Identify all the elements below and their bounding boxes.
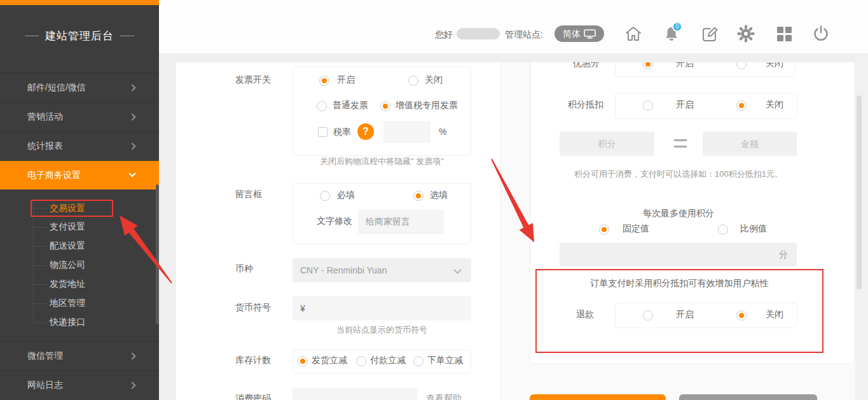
content-left-gutter: [159, 62, 176, 400]
submenu-tick: [33, 265, 47, 266]
tax-rate-input[interactable]: [383, 121, 431, 143]
sidebar-subitem-express-interface[interactable]: 快递接口: [50, 317, 139, 329]
sidebar-subitem-region-management[interactable]: 地区管理: [50, 298, 139, 310]
settings-gear-icon[interactable]: [736, 24, 755, 43]
message-required-label: 必填: [337, 190, 355, 201]
submenu-tick: [33, 303, 47, 304]
language-label: 简体: [563, 29, 581, 40]
currency-symbol-label: 货币符号: [235, 302, 271, 314]
deduction-off-radio[interactable]: [736, 100, 747, 111]
ratio-value-radio[interactable]: [718, 224, 728, 235]
normal-invoice-label: 普通发票: [333, 100, 368, 111]
sidebar-subitem-shipping-address[interactable]: 发货地址: [50, 279, 139, 291]
sidebar-item-label: 电子商务设置: [27, 170, 81, 181]
secondary-button[interactable]: [679, 394, 817, 400]
invoice-switch-label: 发票开关: [235, 74, 271, 86]
chevron-right-icon: [128, 113, 135, 120]
top-header: 您好 管理站点: 简体 0: [159, 0, 868, 53]
chevron-right-icon: [128, 352, 135, 359]
notification-badge: 0: [672, 22, 682, 32]
points-input[interactable]: [560, 132, 654, 156]
notifications-bell-icon[interactable]: 0: [662, 24, 681, 43]
deduction-off-label: 关闭: [766, 99, 783, 111]
sidebar-item-site-logs[interactable]: 网站日志: [0, 370, 159, 399]
text-edit-label: 文字修改: [317, 216, 352, 227]
currency-select[interactable]: CNY - Renminbi Yuan: [293, 258, 471, 282]
sidebar-subitem-logistics-company[interactable]: 物流公司: [50, 259, 139, 272]
title-dash-left: [25, 36, 39, 36]
stock-order-radio[interactable]: [413, 356, 424, 366]
edit-icon[interactable]: [700, 24, 719, 43]
message-optional-radio[interactable]: [413, 191, 424, 201]
chevron-right-icon: [128, 382, 135, 389]
home-icon[interactable]: [624, 24, 643, 43]
sidebar-item-statistics[interactable]: 统计报表: [0, 131, 159, 160]
max-points-input[interactable]: 分: [560, 243, 797, 266]
sidebar-item-mail-sms-wechat[interactable]: 邮件/短信/微信: [0, 72, 159, 102]
monitor-icon: [584, 29, 596, 39]
chevron-right-icon: [128, 142, 135, 149]
sidebar-title: 建站管理后台: [0, 27, 159, 45]
message-optional-label: 选填: [430, 190, 448, 201]
tax-rate-checkbox[interactable]: [318, 127, 327, 137]
currency-value: CNY - Renminbi Yuan: [300, 265, 387, 275]
message-required-radio[interactable]: [320, 191, 330, 201]
invoice-on-radio[interactable]: [319, 76, 329, 86]
equals-icon: [674, 139, 687, 148]
submenu-tree-line: [33, 198, 34, 323]
stock-pay-radio[interactable]: [356, 356, 366, 366]
invoice-hint: 关闭后购物流程中将隐藏" 发票项": [293, 156, 471, 167]
fixed-value-radio[interactable]: [599, 224, 609, 235]
chevron-right-icon: [128, 84, 135, 91]
points-settings-panel: 优惠分 开启 关闭 积分抵扣 开启 关闭 积分可用于消费，支付时可以选择如：10…: [530, 62, 855, 364]
refund-off-radio[interactable]: [736, 310, 747, 321]
sidebar-item-label: 统计报表: [27, 141, 63, 152]
fixed-value-label: 固定值: [623, 223, 649, 235]
ratio-value-label: 比例值: [740, 223, 767, 235]
content-top-band: [159, 53, 868, 62]
sidebar-item-label: 网站日志: [27, 380, 63, 391]
sidebar: 建站管理后台 邮件/短信/微信 营销活动 统计报表 电子商务设置 交易设置 支付…: [0, 0, 159, 400]
bonus-off-label: 关闭: [766, 62, 783, 69]
submenu-tick: [33, 227, 47, 228]
message-box-label: 留言框: [235, 189, 262, 200]
sidebar-item-marketing[interactable]: 营销活动: [0, 102, 159, 131]
page-scrollbar-thumb[interactable]: [857, 95, 862, 289]
invoice-on-label: 开启: [337, 74, 355, 86]
points-unit-suffix: 分: [779, 249, 788, 259]
stock-count-label: 库存计数: [235, 355, 271, 366]
normal-invoice-radio[interactable]: [317, 101, 327, 111]
power-icon[interactable]: [811, 24, 830, 43]
sidebar-item-label: 邮件/短信/微信: [27, 82, 86, 93]
currency-symbol-input[interactable]: [293, 296, 471, 321]
amount-input[interactable]: [703, 132, 797, 156]
invoice-off-radio[interactable]: [408, 76, 418, 86]
view-help-link[interactable]: 查看帮助: [426, 393, 462, 400]
site-switcher-pill[interactable]: 简体: [555, 25, 604, 42]
username-redacted: [457, 28, 500, 39]
consume-password-label: 消费密码: [235, 393, 271, 400]
sidebar-item-ecommerce-settings[interactable]: 电子商务设置: [0, 160, 159, 190]
deduction-on-radio[interactable]: [643, 100, 653, 111]
consume-password-input[interactable]: [293, 388, 417, 400]
sidebar-item-wechat-management[interactable]: 微信管理: [0, 341, 159, 370]
submenu-tick: [33, 284, 47, 285]
sidebar-item-label: 营销活动: [27, 111, 63, 123]
deduction-on-label: 开启: [676, 99, 694, 111]
apps-grid-icon[interactable]: [775, 24, 794, 43]
points-usage-hint: 积分可用于消费，支付时可以选择如：100积分抵扣1元。: [548, 169, 809, 180]
vat-invoice-radio[interactable]: [380, 101, 390, 111]
trade-settings-panel: 发票开关 开启 关闭 普通发票 增值税专用发票 税率 ? % 关闭后购物流程中将…: [176, 62, 501, 400]
refund-on-radio[interactable]: [643, 310, 653, 321]
submenu-tick: [33, 246, 47, 247]
refund-label: 退款: [576, 309, 594, 321]
bonus-points-label: 优惠分: [573, 62, 600, 69]
sidebar-subitem-delivery-settings[interactable]: 配送设置: [50, 240, 139, 253]
message-text-input[interactable]: [358, 210, 444, 234]
sidebar-subitem-payment-settings[interactable]: 支付设置: [50, 221, 139, 234]
stock-ship-radio[interactable]: [298, 356, 308, 366]
bonus-on-label: 开启: [676, 62, 694, 69]
vat-invoice-label: 增值税专用发票: [396, 100, 458, 111]
help-question-icon[interactable]: ?: [357, 123, 374, 140]
primary-button[interactable]: [530, 394, 666, 400]
